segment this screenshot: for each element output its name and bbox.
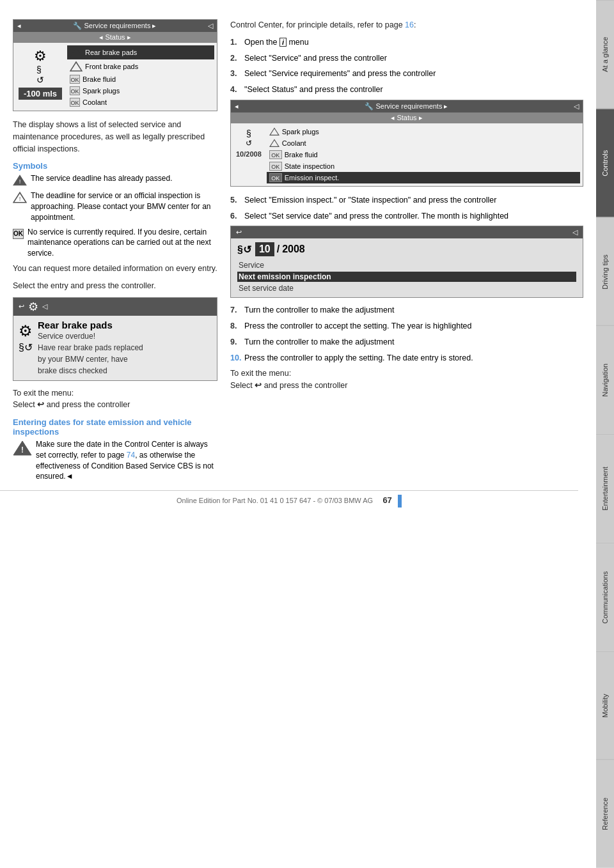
list-item[interactable]: Coolant [267,137,580,149]
svg-marker-9 [270,139,279,146]
screen1-icon-area: ⚙ §↺ -100 mls [16,45,65,108]
screen2-body: § ↺ 10/2008 Spark plugs [231,123,583,186]
screen1-title: Service requirements ▸ [84,22,157,30]
ok-symbol: OK [13,229,24,239]
svg-marker-8 [270,128,279,135]
body-text-2: You can request more detailed informatio… [13,263,217,275]
date-forward-icon: ◁ [572,228,578,236]
date-option-next-emission[interactable]: Next emission inspection [237,272,576,282]
svg-text:!: ! [21,446,24,454]
steps-list-2: 5. Select "Emission inspect." or "State … [230,194,583,222]
screen2-list: Spark plugs Coolant OK Brake fluid [267,126,580,183]
body-text-3: Select the entry and press the controlle… [13,280,217,292]
ok-badge: OK [70,75,80,84]
rbp-title: Rear brake pads [38,320,143,330]
step-7: 7. Turn the controller to make the adjus… [230,304,583,316]
footer-text: Online Edition for Part No. 01 41 0 157 … [177,497,373,504]
exit-text-left: To exit the menu: Select ↩ and press the… [13,387,217,412]
screen2-wrench-icon: 🔧 [365,102,374,111]
symbols-heading: Symbols [13,161,217,171]
list-item[interactable]: OK Spark plugs [67,85,214,97]
symbol-row-1: ! The service deadline has already passe… [13,173,217,187]
rbp-text-area: Rear brake pads Service overdue! Have re… [38,320,143,376]
list-item[interactable]: OK Brake fluid [67,74,214,85]
tab-mobility[interactable]: Mobility [596,651,614,760]
symbol-text-2: The deadline for service or an official … [31,190,217,222]
service-requirements-screen-2: ◂ 🔧 Service requirements ▸ ◁ ◂ Status ▸ … [230,100,583,187]
svg-text:!: ! [19,196,21,203]
screen2-subheader: ◂ Status ▸ [231,112,583,123]
page-number: 67 [382,495,391,505]
list-item[interactable]: OK State inspection [267,160,580,172]
right-column: Control Center, for principle details, r… [230,19,583,488]
date-option-service[interactable]: Service [237,260,576,270]
warn-triangle-icon [269,127,279,136]
filled-triangle-icon: ! [13,174,27,187]
warning-row: ! Make sure the date in the Control Cent… [13,439,217,482]
rbp-screen: ↩ ⚙ ◁ ⚙ §↺ Rear brake pads Service overd… [13,297,217,381]
screen2-forward-icon: ◁ [574,102,579,111]
step-4: 4. "Select Status" and press the control… [230,84,583,96]
steps-list-3: 7. Turn the controller to make the adjus… [230,304,583,364]
screen1-body: ⚙ §↺ -100 mls Rear brake pads Front brak… [13,43,217,111]
step-9: 9. Turn the controller to make the adjus… [230,336,583,348]
back-arrow-icon: ↩ [19,302,24,311]
list-item[interactable]: OK Brake fluid [267,149,580,160]
ok-badge: OK [269,150,282,159]
list-item[interactable]: OK Coolant [67,97,214,108]
date-option-set-date[interactable]: Set service date [237,283,576,293]
date-header: ↩ ◁ [231,226,583,238]
screen1-list: Rear brake pads Front brake pads OK Brak… [67,45,214,108]
warn-triangle-icon [269,139,279,148]
screen2-header: ◂ 🔧 Service requirements ▸ ◁ [231,100,583,112]
back-arrow-left: ↩ [37,400,46,409]
date-body: §↺ 10 / 2008 Service Next emission inspe… [231,238,583,297]
large-warning-icon: ! [13,440,32,456]
i-menu-icon: i [279,38,287,47]
tab-at-a-glance[interactable]: At a glance [596,0,614,109]
list-item-selected[interactable]: OK Emission inspect. [267,172,580,183]
outline-triangle-icon: ! [13,191,27,204]
list-item[interactable]: Spark plugs [267,126,580,137]
date-month: 10 [255,242,274,256]
tab-reference[interactable]: Reference [596,759,614,868]
step-6: 6. Select "Set service date" and press t… [230,210,583,222]
list-item[interactable]: Rear brake pads [67,45,214,59]
settings-icon: ⚙ [28,300,38,314]
exit-text-right: To exit the menu: Select ↩ and press the… [230,368,583,392]
step-10: 10. Press the controller to apply the se… [230,352,583,364]
symbol-text-1: The service deadline has already passed. [31,173,172,184]
section-heading-emission: Entering dates for state emission and ve… [13,417,217,437]
step-1: 1. Open the i menu [230,36,583,49]
ok-badge: OK [70,86,80,95]
svg-marker-0 [70,48,82,57]
symbol-row-2: ! The deadline for service or an officia… [13,190,217,222]
section-sym-date: §↺ [237,244,251,256]
list-item[interactable]: Front brake pads [67,59,214,74]
ok-badge: OK [70,98,80,107]
tab-navigation[interactable]: Navigation [596,325,614,434]
gear-icon: ⚙ [34,48,47,65]
right-tab-nav: At a glance Controls Driving tips Naviga… [596,0,614,868]
rbp-line-2: Have rear brake pads replaced [38,342,143,353]
screen1-back-icon: ◂ [17,22,21,30]
tab-communications[interactable]: Communications [596,543,614,651]
svg-text:!: ! [19,178,21,185]
tab-controls[interactable]: Controls [596,109,614,217]
body-text-1: The display shows a list of selected ser… [13,119,217,155]
screen2-date: 10/2008 [236,150,262,158]
svg-marker-1 [70,62,82,71]
symbol-row-3: OK No service is currently required. If … [13,227,217,259]
tab-driving-tips[interactable]: Driving tips [596,217,614,326]
rbp-forward-icon: ◁ [42,302,47,311]
screen2-title: Service requirements ▸ [376,102,448,111]
service-arrow-icon: §↺ [19,341,33,353]
tab-entertainment[interactable]: Entertainment [596,434,614,543]
step-8: 8. Press the controller to accept the se… [230,320,583,332]
steps-list-1: 1. Open the i menu 2. Select "Service" a… [230,36,583,96]
screen2-back-icon: ◂ [235,102,239,111]
screen1-subheader: ◂ Status ▸ [13,32,217,43]
intro-text: Control Center, for principle details, r… [230,19,583,31]
date-year: 2008 [282,244,305,255]
screen1-wrench-icon: 🔧 [73,22,82,30]
